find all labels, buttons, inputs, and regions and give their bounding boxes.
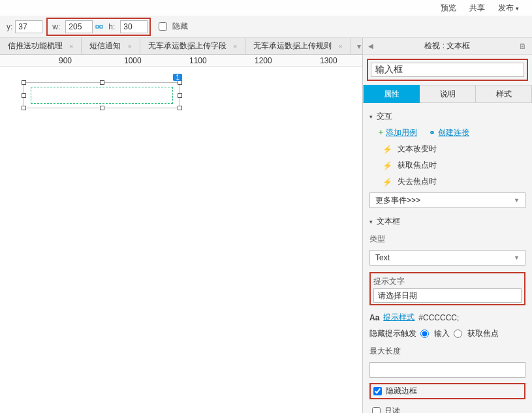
readonly-label: 只读 <box>384 406 400 413</box>
footnote-badge: 1 <box>173 74 182 81</box>
event-focus[interactable]: ⚡获取焦点时 <box>369 160 525 171</box>
resize-handle[interactable] <box>100 80 104 85</box>
type-select[interactable]: Text▼ <box>369 250 525 266</box>
maxlen-label: 最大长度 <box>369 346 525 357</box>
ruler: 900 1000 1100 1200 1300 <box>0 55 362 67</box>
selected-widget[interactable]: 1 <box>23 82 180 108</box>
widget-name-input[interactable] <box>371 63 524 77</box>
wh-highlight: w: h: <box>46 18 151 36</box>
hint-style-link[interactable]: 提示样式 <box>383 312 415 323</box>
hide-label: 隐藏 <box>172 21 188 32</box>
resize-handle[interactable] <box>178 106 182 110</box>
inspector-title: 检视 : 文本框 <box>424 40 470 52</box>
lightning-icon: ⚡ <box>383 177 392 187</box>
radio-focus[interactable] <box>454 329 462 338</box>
close-icon[interactable]: × <box>127 42 131 50</box>
radio-input[interactable] <box>420 329 429 338</box>
resize-handle[interactable] <box>178 93 182 98</box>
event-text-change[interactable]: ⚡文本改变时 <box>369 144 525 155</box>
inspector-tabs: 属性 说明 样式 <box>363 85 532 103</box>
chevron-down-icon: ▾ <box>357 42 361 51</box>
tab-0[interactable]: 信推送功能梳理× <box>0 38 82 54</box>
hint-text-input[interactable] <box>373 288 522 303</box>
resize-handle[interactable] <box>22 106 26 110</box>
h-input[interactable] <box>120 20 148 33</box>
tab-notes[interactable]: 说明 <box>420 85 476 103</box>
section-textbox[interactable]: ▾文本框 <box>369 216 525 227</box>
more-events-select[interactable]: 更多事件>>>▼ <box>369 192 525 208</box>
document-icon[interactable]: 🗎 <box>519 42 527 51</box>
hide-border-label: 隐藏边框 <box>386 386 417 397</box>
maxlen-input[interactable] <box>369 362 525 378</box>
collapse-icon[interactable]: ◀ <box>368 42 373 50</box>
widget-name-highlight <box>367 59 528 81</box>
chevron-down-icon: ▾ <box>516 5 519 12</box>
tab-style[interactable]: 样式 <box>476 85 532 103</box>
create-link-link[interactable]: ⚭创建连接 <box>429 127 469 138</box>
y-label: y: <box>7 22 12 31</box>
inspector-header: ◀ 检视 : 文本框 🗎 <box>363 38 532 55</box>
readonly-checkbox[interactable] <box>372 407 381 413</box>
hint-color-value: #CCCCCC; <box>418 313 459 322</box>
hide-border-checkbox[interactable] <box>373 387 382 395</box>
hide-hint-label: 隐藏提示触发 <box>369 328 416 339</box>
menu-publish[interactable]: 发布▾ <box>498 3 519 14</box>
h-label: h: <box>108 22 115 31</box>
menu-preview[interactable]: 预览 <box>441 3 456 14</box>
resize-handle[interactable] <box>22 80 26 85</box>
top-menu: 预览 共享 发布▾ <box>0 0 532 16</box>
position-toolbar: y: w: h: 隐藏 <box>0 16 532 38</box>
caret-down-icon: ▾ <box>369 219 373 225</box>
lightning-icon: ⚡ <box>383 161 392 170</box>
lightning-icon: ⚡ <box>383 145 392 154</box>
resize-handle[interactable] <box>178 80 182 85</box>
close-icon[interactable]: × <box>338 42 342 50</box>
w-input[interactable] <box>65 20 93 33</box>
type-label: 类型 <box>369 234 525 245</box>
tab-1[interactable]: 短信通知× <box>82 38 140 54</box>
tab-properties[interactable]: 属性 <box>363 85 420 103</box>
font-icon: Aa <box>369 313 379 322</box>
link-icon: ⚭ <box>429 128 435 137</box>
caret-down-icon: ▾ <box>369 114 373 120</box>
resize-handle[interactable] <box>22 93 26 98</box>
tab-2[interactable]: 无车承运数据上传字段× <box>140 38 245 54</box>
canvas[interactable]: 900 1000 1100 1200 1300 1 <box>0 55 362 413</box>
hint-text-highlight: 提示文字 <box>369 272 525 305</box>
chevron-down-icon: ▼ <box>514 197 520 204</box>
svg-rect-0 <box>96 25 99 28</box>
chevron-down-icon: ▼ <box>514 254 520 261</box>
hide-border-highlight: 隐藏边框 <box>369 383 525 399</box>
menu-share[interactable]: 共享 <box>469 3 485 14</box>
add-case-link[interactable]: +添加用例 <box>379 127 417 138</box>
link-dimensions-icon[interactable] <box>95 23 103 31</box>
resize-handle[interactable] <box>100 106 104 110</box>
close-icon[interactable]: × <box>69 42 73 50</box>
plus-icon: + <box>379 128 383 137</box>
close-icon[interactable]: × <box>233 42 237 50</box>
w-label: w: <box>52 22 60 31</box>
y-input[interactable] <box>15 20 42 33</box>
hide-checkbox[interactable] <box>159 22 167 31</box>
event-blur[interactable]: ⚡失去焦点时 <box>369 176 525 187</box>
inspector-panel: ◀ 检视 : 文本框 🗎 属性 说明 样式 ▾交互 +添加用例 ⚭创建连接 ⚡文… <box>362 38 532 413</box>
widget-inner <box>31 87 173 104</box>
hint-label: 提示文字 <box>373 276 522 287</box>
tab-3[interactable]: 无车承运数据上传规则× <box>245 38 351 54</box>
section-interaction[interactable]: ▾交互 <box>369 111 525 122</box>
svg-rect-1 <box>100 25 102 28</box>
